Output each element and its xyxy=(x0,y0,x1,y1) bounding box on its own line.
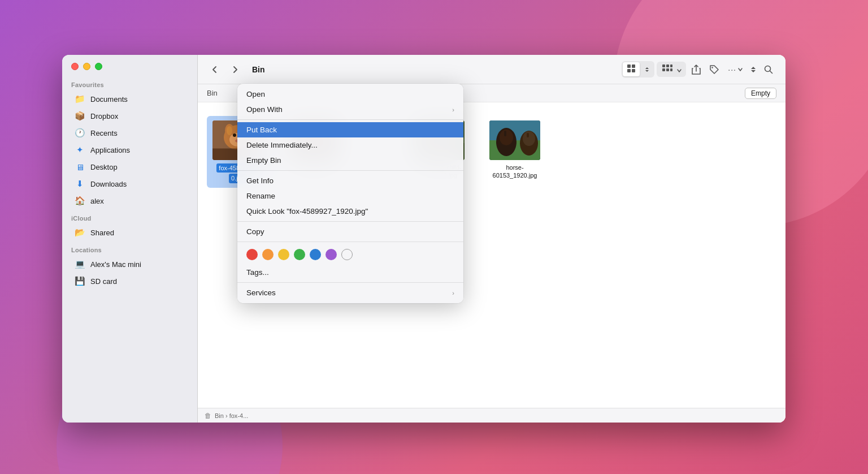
separator xyxy=(237,242,463,242)
ctx-rename[interactable]: Rename xyxy=(237,188,463,204)
status-bar: 🗑 Bin › fox-4... xyxy=(198,408,785,423)
context-menu: Open Open With › Put Back Delete Immedia… xyxy=(237,84,463,303)
color-blue[interactable] xyxy=(310,249,321,260)
color-green[interactable] xyxy=(294,249,305,260)
sidebar-item-label: Recents xyxy=(90,129,118,137)
ctx-colors xyxy=(237,244,463,265)
svg-rect-8 xyxy=(666,68,669,71)
sidebar-item-label: Documents xyxy=(90,95,128,104)
sidebar-item-recents[interactable]: 🕐 Recents xyxy=(66,125,194,141)
chevron-right-icon: › xyxy=(452,290,454,296)
svg-rect-2 xyxy=(627,69,631,72)
sidebar-item-documents[interactable]: 📁 Documents xyxy=(66,91,194,107)
sidebar-item-label: Applications xyxy=(90,146,130,154)
file-name: horse-60153_1920.jpg xyxy=(488,163,541,180)
separator xyxy=(237,221,463,222)
svg-rect-6 xyxy=(670,64,672,67)
svg-rect-7 xyxy=(662,68,665,71)
svg-rect-52 xyxy=(527,133,529,137)
color-none[interactable] xyxy=(341,249,353,260)
ctx-open[interactable]: Open xyxy=(237,87,463,102)
sidebar-item-home[interactable]: 🏠 alex xyxy=(66,193,194,209)
sort-button[interactable] xyxy=(748,62,758,77)
sidebar-item-mac-mini[interactable]: 💻 Alex's Mac mini xyxy=(66,256,194,272)
svg-rect-3 xyxy=(632,69,635,72)
svg-point-19 xyxy=(233,133,236,137)
svg-rect-0 xyxy=(627,64,631,68)
minimize-button[interactable] xyxy=(83,63,90,70)
svg-rect-5 xyxy=(666,64,669,67)
view-toggle xyxy=(622,61,654,77)
ctx-services[interactable]: Services › xyxy=(237,285,463,300)
sd-card-icon: 💾 xyxy=(75,276,85,286)
sidebar-item-label: Dropbox xyxy=(90,112,118,120)
sidebar-item-label: Shared xyxy=(90,229,114,237)
ctx-quick-look[interactable]: Quick Look "fox-4589927_1920.jpg" xyxy=(237,204,463,219)
ctx-tags[interactable]: Tags... xyxy=(237,265,463,280)
separator xyxy=(237,282,463,283)
applications-icon: ✦ xyxy=(75,145,85,155)
downloads-icon: ⬇ xyxy=(75,179,85,189)
svg-point-51 xyxy=(523,131,535,146)
computer-icon: 💻 xyxy=(75,259,85,269)
file-thumbnail-horse-field xyxy=(489,120,540,160)
forward-button[interactable] xyxy=(227,62,243,77)
svg-rect-4 xyxy=(662,64,665,67)
color-yellow[interactable] xyxy=(278,249,289,260)
tag-button[interactable] xyxy=(706,62,722,77)
file-item-horse-field[interactable]: horse-60153_1920.jpg xyxy=(484,116,546,188)
sidebar-item-dropbox[interactable]: 📦 Dropbox xyxy=(66,108,194,124)
search-button[interactable] xyxy=(761,62,776,77)
empty-button[interactable]: Empty xyxy=(745,88,776,99)
grid-view-button[interactable] xyxy=(623,62,640,76)
more-button[interactable]: ··· xyxy=(724,62,746,77)
desktop-icon: 🖥 xyxy=(75,162,85,172)
sidebar-item-label: alex xyxy=(90,197,104,205)
sidebar-item-shared[interactable]: 📂 Shared xyxy=(66,225,194,240)
ctx-delete-immediately[interactable]: Delete Immediately... xyxy=(237,137,463,153)
current-path: Bin xyxy=(207,89,218,97)
shared-icon: 📂 xyxy=(75,227,85,238)
status-path: Bin › fox-4... xyxy=(215,412,248,419)
sort-view-button[interactable] xyxy=(641,63,653,76)
sidebar-item-label: SD card xyxy=(90,277,117,286)
toolbar-right: ··· xyxy=(622,61,776,77)
color-purple[interactable] xyxy=(326,249,337,260)
separator xyxy=(237,119,463,120)
close-button[interactable] xyxy=(71,63,79,70)
group-view-toggle xyxy=(657,62,686,77)
favourites-header: Favourites xyxy=(62,76,197,91)
group-dropdown-button[interactable] xyxy=(676,63,683,76)
sidebar-item-desktop[interactable]: 🖥 Desktop xyxy=(66,159,194,175)
sidebar-item-downloads[interactable]: ⬇ Downloads xyxy=(66,176,194,192)
share-button[interactable] xyxy=(688,62,704,77)
color-red[interactable] xyxy=(246,249,258,260)
recents-icon: 🕐 xyxy=(75,128,85,138)
separator xyxy=(237,170,463,171)
svg-rect-49 xyxy=(504,131,506,136)
window-title: Bin xyxy=(252,65,265,74)
toolbar: Bin xyxy=(198,55,785,84)
ctx-get-info[interactable]: Get Info xyxy=(237,173,463,188)
sidebar: Favourites 📁 Documents 📦 Dropbox 🕐 Recen… xyxy=(62,55,198,423)
folder-icon: 📁 xyxy=(75,94,85,104)
home-icon: 🏠 xyxy=(75,196,85,206)
group-grid-button[interactable] xyxy=(660,63,675,76)
chevron-right-icon: › xyxy=(452,106,454,113)
fullscreen-button[interactable] xyxy=(95,63,102,70)
ctx-open-with[interactable]: Open With › xyxy=(237,102,463,117)
svg-rect-1 xyxy=(632,64,635,68)
sidebar-item-label: Alex's Mac mini xyxy=(90,260,141,269)
trash-icon: 🗑 xyxy=(205,412,211,420)
ctx-put-back[interactable]: Put Back xyxy=(237,122,463,137)
svg-point-16 xyxy=(227,126,232,135)
sidebar-item-label: Downloads xyxy=(90,180,127,188)
dropbox-icon: 📦 xyxy=(75,111,85,121)
ctx-empty-bin[interactable]: Empty Bin xyxy=(237,153,463,168)
sidebar-item-applications[interactable]: ✦ Applications xyxy=(66,142,194,158)
color-orange[interactable] xyxy=(262,249,274,260)
back-button[interactable] xyxy=(207,62,223,77)
svg-rect-9 xyxy=(670,68,672,71)
sidebar-item-sd-card[interactable]: 💾 SD card xyxy=(66,273,194,289)
ctx-copy[interactable]: Copy xyxy=(237,224,463,239)
